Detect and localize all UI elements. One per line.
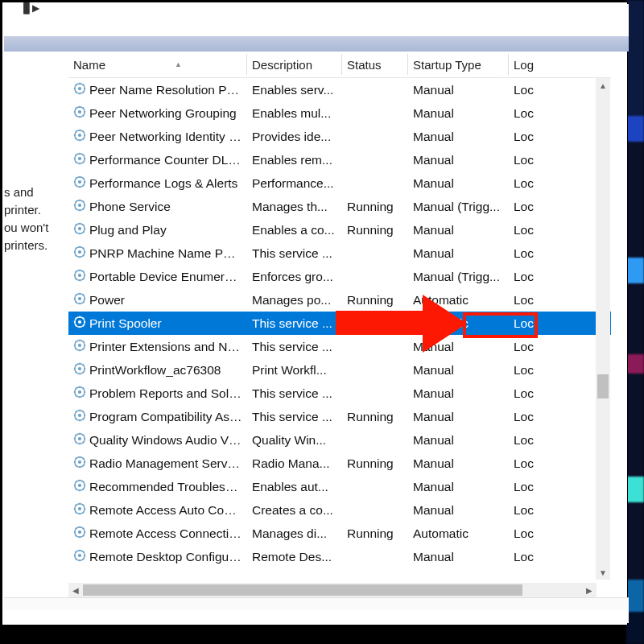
- svg-point-169: [78, 460, 81, 463]
- service-logon: Loc: [509, 480, 541, 494]
- table-row[interactable]: Radio Management ServiceRadio Mana...Run…: [68, 452, 611, 475]
- sort-asc-icon: ▲: [175, 60, 182, 68]
- table-row[interactable]: PowerManages po...RunningAutomaticLoc: [68, 288, 611, 312]
- service-gear-icon: [73, 292, 86, 308]
- service-description: Performance...: [247, 176, 342, 191]
- service-gear-icon: [73, 456, 86, 472]
- service-logon: Loc: [509, 200, 541, 214]
- table-row[interactable]: Recommended Troubleshoo...Enables aut...…: [68, 475, 611, 498]
- service-gear-icon: [73, 432, 86, 448]
- svg-point-149: [78, 413, 81, 416]
- scroll-down-icon[interactable]: ▼: [596, 565, 610, 580]
- service-logon: Loc: [509, 223, 541, 237]
- service-name: Peer Networking Grouping: [89, 106, 242, 121]
- vscroll-thumb[interactable]: [597, 374, 609, 398]
- svg-point-109: [78, 320, 81, 323]
- svg-point-189: [78, 506, 81, 510]
- service-name: Problem Reports and Soluti...: [89, 386, 242, 401]
- service-name: PrintWorkflow_ac76308: [89, 363, 242, 378]
- table-row[interactable]: Print SpoolerThis service ...RunningAuto…: [68, 312, 611, 335]
- table-row[interactable]: PrintWorkflow_ac76308Print Workfl...Manu…: [68, 358, 611, 382]
- vertical-scrollbar[interactable]: ▲ ▼: [596, 78, 610, 580]
- service-startup-type: Manual: [408, 363, 509, 378]
- service-description: This service ...: [247, 316, 342, 331]
- service-logon: Loc: [509, 550, 541, 564]
- column-status[interactable]: Status: [342, 52, 408, 77]
- scroll-up-icon[interactable]: ▲: [596, 78, 610, 93]
- service-status: Running: [342, 223, 408, 237]
- column-startup[interactable]: Startup Type: [408, 52, 509, 77]
- service-logon: Loc: [509, 316, 541, 331]
- service-startup-type: Manual (Trigg...: [408, 200, 509, 214]
- service-name: Phone Service: [89, 200, 242, 214]
- service-description: Enables aut...: [247, 480, 342, 494]
- table-row[interactable]: Peer Networking Identity M...Provides id…: [68, 125, 611, 148]
- services-window: ▐▌▶ s and printer. ou won't printers. Na…: [2, 2, 628, 625]
- table-row[interactable]: PNRP Machine Name Public...This service …: [68, 242, 611, 265]
- scroll-left-icon[interactable]: ◀: [68, 583, 83, 597]
- service-startup-type: Manual: [408, 386, 509, 401]
- service-startup-type: Manual: [408, 246, 509, 261]
- desc-line: s and: [4, 184, 62, 201]
- table-row[interactable]: Quality Windows Audio Vid...Quality Win.…: [68, 428, 611, 452]
- table-row[interactable]: Printer Extensions and Notifi...This ser…: [68, 335, 611, 358]
- service-startup-type: Manual: [408, 340, 509, 354]
- svg-point-119: [78, 343, 81, 346]
- service-name: Plug and Play: [89, 223, 242, 237]
- table-row[interactable]: Plug and PlayEnables a co...RunningManua…: [68, 218, 611, 242]
- footer-tab-strip: [4, 597, 629, 609]
- table-row[interactable]: Program Compatibility Assis...This servi…: [68, 405, 611, 428]
- service-description: Creates a co...: [247, 503, 342, 518]
- table-row[interactable]: Peer Name Resolution Proto...Enables ser…: [68, 78, 611, 101]
- service-name: Remote Access Connection ...: [89, 526, 242, 541]
- services-grid[interactable]: Name ▲ Description Status Startup Type L…: [68, 52, 611, 580]
- service-status: Running: [342, 526, 408, 541]
- service-description: Manages th...: [247, 200, 342, 214]
- svg-point-179: [78, 483, 81, 486]
- column-name[interactable]: Name ▲: [68, 52, 247, 77]
- service-startup-type: Manual: [408, 223, 509, 237]
- service-logon: Loc: [509, 410, 541, 424]
- service-startup-type: Automatic: [408, 526, 509, 541]
- table-row[interactable]: Peer Networking GroupingEnables mul...Ma…: [68, 101, 611, 125]
- svg-point-9: [78, 86, 81, 89]
- service-description: Enables rem...: [247, 153, 342, 167]
- service-startup-type: Manual: [408, 83, 509, 97]
- horizontal-scrollbar[interactable]: ◀ ▶: [68, 583, 597, 597]
- service-logon: Loc: [509, 176, 541, 191]
- table-row[interactable]: Performance Counter DLL H...Enables rem.…: [68, 148, 611, 171]
- table-row[interactable]: Remote Access Connection ...Manages di..…: [68, 522, 611, 545]
- service-status: Running: [342, 316, 408, 331]
- svg-point-79: [78, 250, 81, 253]
- service-status: Running: [342, 410, 408, 424]
- svg-point-129: [78, 366, 81, 369]
- service-status: Running: [342, 456, 408, 471]
- table-row[interactable]: Performance Logs & AlertsPerformance...M…: [68, 171, 611, 195]
- service-logon: Loc: [509, 363, 541, 378]
- svg-point-99: [78, 296, 81, 299]
- service-startup-type: Manual: [408, 503, 509, 518]
- table-row[interactable]: Portable Device Enumerator ...Enforces g…: [68, 265, 611, 288]
- desktop-wallpaper-strip: [626, 0, 644, 644]
- toolbar-fragment: ▐▌▶: [4, 4, 629, 16]
- table-row[interactable]: Problem Reports and Soluti...This servic…: [68, 382, 611, 405]
- service-description: Quality Win...: [247, 433, 342, 448]
- service-logon: Loc: [509, 340, 541, 354]
- service-gear-icon: [73, 222, 86, 238]
- grid-header: Name ▲ Description Status Startup Type L…: [68, 52, 611, 78]
- table-row[interactable]: Remote Access Auto Conne...Creates a co.…: [68, 498, 611, 522]
- column-description[interactable]: Description: [247, 52, 342, 77]
- service-gear-icon: [73, 549, 86, 565]
- service-name: Print Spooler: [89, 316, 242, 331]
- svg-point-49: [78, 180, 81, 183]
- table-row[interactable]: Remote Desktop Configurati...Remote Des.…: [68, 545, 611, 568]
- svg-point-199: [78, 530, 81, 533]
- hscroll-thumb[interactable]: [83, 584, 522, 596]
- column-logon[interactable]: Log: [509, 52, 541, 77]
- service-name: PNRP Machine Name Public...: [89, 246, 242, 261]
- scroll-right-icon[interactable]: ▶: [582, 583, 597, 597]
- table-row[interactable]: Phone ServiceManages th...RunningManual …: [68, 195, 611, 218]
- service-name: Program Compatibility Assis...: [89, 410, 242, 424]
- service-startup-type: Automatic: [408, 293, 509, 308]
- service-description: This service ...: [247, 246, 342, 261]
